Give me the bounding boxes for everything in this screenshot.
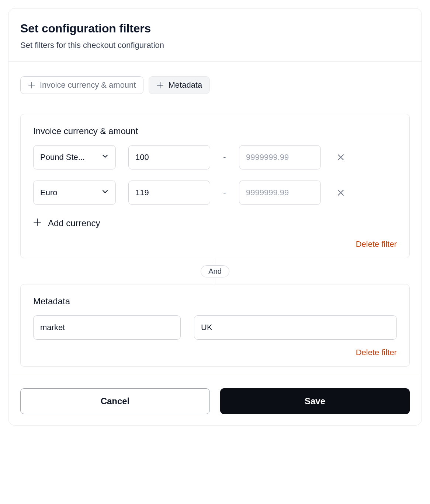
currency-select-label: Pound Ste... [40, 153, 85, 162]
chip-label: Metadata [168, 80, 202, 90]
cancel-button[interactable]: Cancel [20, 388, 210, 414]
panel-body: Invoice currency & amount Metadata Invoi… [8, 62, 422, 377]
currency-row: Euro - [33, 181, 397, 205]
panel-footer: Cancel Save [8, 377, 422, 425]
filter-card-title: Invoice currency & amount [33, 126, 397, 136]
filter-connector: And [20, 258, 410, 284]
currency-select[interactable]: Pound Ste... [33, 145, 116, 169]
add-currency-button[interactable]: Add currency [33, 218, 100, 228]
amount-max-input[interactable] [239, 181, 321, 205]
chevron-down-icon [101, 153, 109, 162]
metadata-row [33, 315, 397, 340]
range-separator: - [223, 188, 226, 197]
filter-card-invoice: Invoice currency & amount Pound Ste... - [20, 114, 410, 258]
filter-card-metadata: Metadata Delete filter [20, 284, 410, 367]
chip-label: Invoice currency & amount [40, 80, 136, 90]
plus-icon [28, 81, 35, 89]
delete-filter-link[interactable]: Delete filter [33, 239, 397, 249]
connector-badge: And [201, 265, 229, 277]
save-button[interactable]: Save [220, 388, 410, 414]
panel-title: Set configuration filters [20, 22, 410, 35]
metadata-value-input[interactable] [194, 315, 397, 340]
plus-icon [33, 218, 41, 228]
close-icon [337, 153, 345, 161]
chevron-down-icon [101, 188, 109, 197]
panel-subtitle: Set filters for this checkout configurat… [20, 41, 410, 50]
panel-header: Set configuration filters Set filters fo… [8, 8, 422, 62]
filter-chips: Invoice currency & amount Metadata [20, 76, 410, 94]
close-icon [337, 189, 345, 197]
currency-select[interactable]: Euro [33, 181, 116, 205]
plus-icon [156, 81, 164, 89]
currency-row: Pound Ste... - [33, 145, 397, 169]
chip-invoice-currency-amount[interactable]: Invoice currency & amount [20, 76, 143, 94]
range-separator: - [223, 153, 226, 162]
amount-max-input[interactable] [239, 145, 321, 169]
add-currency-label: Add currency [48, 218, 100, 228]
filter-card-title: Metadata [33, 296, 397, 307]
delete-filter-link[interactable]: Delete filter [33, 348, 397, 357]
amount-min-input[interactable] [128, 145, 210, 169]
amount-min-input[interactable] [128, 181, 210, 205]
currency-select-label: Euro [40, 188, 57, 197]
remove-row-button[interactable] [333, 150, 348, 165]
config-filters-panel: Set configuration filters Set filters fo… [8, 8, 422, 426]
chip-metadata[interactable]: Metadata [149, 76, 210, 94]
remove-row-button[interactable] [333, 185, 348, 200]
metadata-key-input[interactable] [33, 315, 181, 340]
